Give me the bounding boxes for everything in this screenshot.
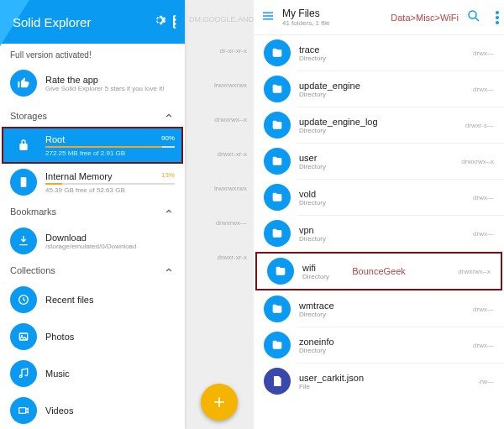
music-icon	[10, 360, 37, 387]
collection-videos[interactable]: Videos	[0, 392, 185, 429]
file-type: Directory	[299, 347, 465, 354]
background-panel: DM.GOOGLE.AND dr-xr-xr-xlrwxrwxrwxdrwxrw…	[185, 0, 254, 429]
folder-icon	[264, 332, 291, 358]
file-row[interactable]: voldDirectory drwx---	[254, 180, 504, 215]
settings-icon[interactable]	[151, 13, 168, 30]
file-perm: -rw---	[478, 378, 494, 385]
file-perm: drwx---	[473, 50, 494, 57]
chevron-up-icon	[163, 110, 175, 122]
root-bar	[45, 146, 175, 148]
download-icon	[10, 228, 37, 254]
bg-perm: drwxr-xr-x	[185, 137, 254, 171]
file-perm: drwx---	[473, 230, 494, 238]
file-name: update_engine	[299, 81, 465, 91]
file-name: trace	[299, 44, 465, 55]
app-title: Solid Explorer	[8, 15, 151, 29]
file-row[interactable]: update_engineDirectory drwx---	[254, 71, 504, 107]
file-type: File	[299, 383, 470, 390]
folder-icon	[264, 76, 291, 102]
right-title: My Files	[282, 8, 384, 19]
fab-add-button[interactable]	[201, 384, 238, 421]
svg-point-5	[469, 11, 476, 18]
chevron-up-icon	[163, 264, 175, 276]
file-list[interactable]: traceDirectory drwx--- update_engineDire…	[254, 35, 504, 429]
bg-perm: drwxrwx--x	[185, 102, 254, 137]
file-type: Directory	[299, 311, 465, 318]
folder-icon	[264, 112, 291, 139]
section-collections[interactable]: Collections	[0, 259, 185, 281]
search-icon[interactable]	[465, 8, 482, 27]
file-type: Directory	[299, 127, 457, 134]
hamburger-icon[interactable]	[260, 8, 276, 27]
file-type: Directory	[299, 91, 465, 98]
file-row[interactable]: traceDirectory drwx---	[254, 35, 504, 71]
bg-perm: drwxr-xr-x	[185, 240, 254, 275]
bg-text: DM.GOOGLE.AND	[189, 15, 254, 24]
folder-icon	[264, 148, 291, 175]
file-row[interactable]: wmtraceDirectory drwx---	[254, 291, 504, 327]
file-perm: drwx---	[473, 306, 494, 313]
right-header: My Files41 folders, 1 file Data>Misc>WiF…	[254, 0, 504, 35]
folder-icon	[267, 258, 294, 285]
file-type: Directory	[299, 55, 465, 62]
file-name: user_carkit.json	[299, 373, 470, 383]
rate-subtitle: Give Solid Explorer 5 stars if you love …	[45, 85, 164, 92]
thumbs-up-icon	[10, 70, 37, 97]
chevron-up-icon	[163, 206, 175, 217]
photo-icon	[10, 323, 37, 350]
bookmark-download[interactable]: Download/storage/emulated/0/Download	[0, 222, 185, 259]
annotation-bouncegeek: BounceGeek	[352, 266, 406, 276]
file-row[interactable]: user_carkit.jsonFile -rw---	[254, 364, 504, 399]
svg-rect-4	[19, 408, 26, 414]
internal-name: Internal Memory	[45, 171, 112, 181]
breadcrumb: Data>Misc>WiFi	[391, 13, 459, 23]
file-row[interactable]: zoneinfoDirectory drwx---	[254, 327, 504, 363]
menu-dots-icon[interactable]	[173, 15, 176, 29]
section-storages[interactable]: Storages	[0, 105, 185, 127]
file-row[interactable]: userDirectory drwxrwx--x	[254, 144, 504, 179]
collection-recent[interactable]: Recent files	[0, 281, 185, 318]
bg-perm: dr-xr-xr-x	[185, 34, 254, 68]
phone-icon	[10, 169, 37, 196]
file-type: Directory	[299, 235, 465, 243]
file-row[interactable]: vpnDirectory drwx---	[254, 216, 504, 251]
file-name: vpn	[299, 225, 465, 235]
svg-rect-0	[21, 177, 27, 187]
file-name: user	[299, 153, 453, 163]
collection-music[interactable]: Music	[0, 355, 185, 392]
bg-perm: drwxrwx---	[185, 206, 254, 240]
file-perm: drwxr-s---	[465, 122, 494, 129]
download-title: Download	[45, 233, 137, 243]
promo-text: Full version activated!	[0, 44, 185, 63]
root-pct: 90%	[161, 134, 175, 144]
file-row[interactable]: update_engine_logDirectory drwxr-s---	[254, 107, 504, 143]
app-header: Solid Explorer	[0, 0, 185, 44]
rate-app-row[interactable]: Rate the appGive Solid Explorer 5 stars …	[0, 63, 185, 105]
collection-photos[interactable]: Photos	[0, 318, 185, 355]
download-sub: /storage/emulated/0/Download	[45, 243, 137, 250]
section-bookmarks[interactable]: Bookmarks	[0, 201, 185, 222]
file-perm: drwx---	[473, 86, 494, 93]
video-icon	[10, 397, 37, 424]
storage-root[interactable]: Root90% 272.25 MB free of 2.91 GB	[2, 127, 183, 164]
root-name: Root	[45, 134, 65, 144]
lock-icon	[10, 132, 37, 159]
file-row-wifi[interactable]: wifiDirectory drwxrwx--x BounceGeek	[255, 252, 502, 290]
bg-perm: lrwxrwxrwx	[185, 171, 254, 206]
right-subtitle: 41 folders, 1 file	[282, 19, 384, 27]
internal-pct: 13%	[161, 171, 175, 181]
clock-icon	[10, 286, 37, 313]
internal-bar	[45, 183, 175, 185]
file-perm: drwx---	[473, 194, 494, 201]
folder-icon	[264, 220, 291, 247]
file-perm: drwxrwx--x	[461, 158, 494, 165]
storage-internal[interactable]: Internal Memory13% 45.39 GB free of 52.6…	[0, 164, 185, 201]
internal-sub: 45.39 GB free of 52.63 GB	[45, 186, 175, 194]
rate-title: Rate the app	[45, 75, 164, 85]
file-type: Directory	[299, 163, 453, 170]
file-perm: drwxrwx--x	[458, 268, 491, 275]
file-perm: drwx---	[473, 342, 494, 349]
menu-dots-icon[interactable]	[494, 11, 497, 24]
folder-icon	[264, 39, 291, 66]
file-name: zoneinfo	[299, 337, 465, 347]
